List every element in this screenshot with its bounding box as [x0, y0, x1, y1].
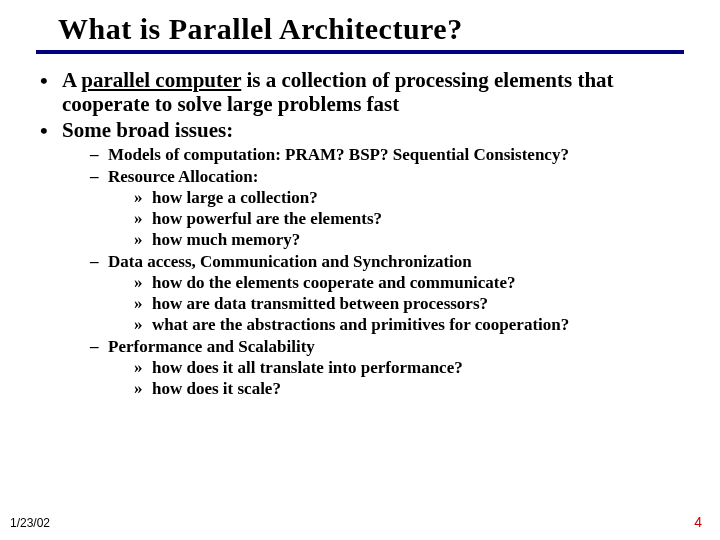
slide-title: What is Parallel Architecture?: [58, 12, 700, 46]
sub-list: Models of computation: PRAM? BSP? Sequen…: [62, 144, 690, 399]
sub-4b: how does it scale?: [134, 378, 690, 399]
sub-3a: how do the elements cooperate and commun…: [134, 272, 690, 293]
footer-date: 1/23/02: [10, 516, 50, 530]
sub-2: Resource Allocation: how large a collect…: [90, 166, 690, 251]
sub-2c: how much memory?: [134, 229, 690, 250]
title-rule: [36, 50, 684, 54]
sub-2b: how powerful are the elements?: [134, 208, 690, 229]
sub-4-list: how does it all translate into performan…: [108, 357, 690, 400]
slide: What is Parallel Architecture? A paralle…: [0, 0, 720, 540]
sub-3-text: Data access, Communication and Synchroni…: [108, 252, 472, 271]
sub-3c: what are the abstractions and primitives…: [134, 314, 690, 335]
bullet-2-text: Some broad issues:: [62, 118, 233, 142]
bullet-1-underline: parallel computer: [81, 68, 241, 92]
sub-4a: how does it all translate into performan…: [134, 357, 690, 378]
bullet-2: Some broad issues: Models of computation…: [40, 118, 690, 399]
sub-1: Models of computation: PRAM? BSP? Sequen…: [90, 144, 690, 165]
bullet-list: A parallel computer is a collection of p…: [20, 68, 700, 399]
sub-2-list: how large a collection? how powerful are…: [108, 187, 690, 251]
sub-2a: how large a collection?: [134, 187, 690, 208]
page-number: 4: [694, 514, 702, 530]
sub-4-text: Performance and Scalability: [108, 337, 315, 356]
bullet-1-pre: A: [62, 68, 81, 92]
sub-4: Performance and Scalability how does it …: [90, 336, 690, 400]
sub-2-text: Resource Allocation:: [108, 167, 258, 186]
sub-3-list: how do the elements cooperate and commun…: [108, 272, 690, 336]
bullet-1: A parallel computer is a collection of p…: [40, 68, 690, 116]
sub-3b: how are data transmitted between process…: [134, 293, 690, 314]
sub-3: Data access, Communication and Synchroni…: [90, 251, 690, 336]
